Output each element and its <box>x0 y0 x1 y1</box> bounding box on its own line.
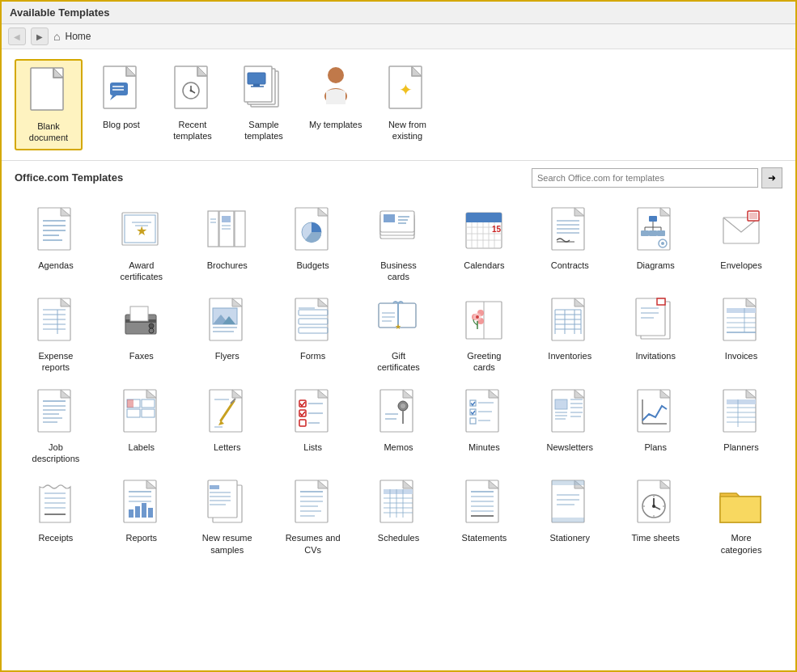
nav-bar: ◀ ▶ ⌂ Home <box>2 24 795 49</box>
contracts-label: Contracts <box>551 260 589 271</box>
letters-label: Letters <box>214 442 241 453</box>
top-section: Blankdocument <box>2 49 795 161</box>
template-blank-document[interactable]: Blankdocument <box>15 59 83 150</box>
template-sample[interactable]: Sampletemplates <box>231 59 296 147</box>
minutes-label: Minutes <box>468 442 500 453</box>
svg-rect-83 <box>649 230 657 236</box>
grid-item-expense-reports[interactable]: Expensereports <box>15 290 97 378</box>
svg-point-101 <box>149 323 154 328</box>
grid-item-job-descriptions[interactable]: Jobdescriptions <box>15 382 97 470</box>
greeting-cards-icon <box>463 297 505 345</box>
grid-item-letters[interactable]: Letters <box>186 382 269 470</box>
recent-templates-icon-wrap <box>167 64 218 116</box>
blog-post-icon <box>100 65 142 115</box>
lists-icon-area <box>287 387 339 438</box>
grid-item-labels[interactable]: Labels <box>100 382 183 470</box>
template-recent[interactable]: Recenttemplates <box>160 59 225 147</box>
forward-button[interactable]: ▶ <box>31 27 49 45</box>
grid-item-newsletters[interactable]: Newsletters <box>528 382 611 470</box>
flyers-label: Flyers <box>215 350 240 361</box>
grid-item-invitations[interactable]: Invitations <box>614 290 697 378</box>
diagrams-label: Diagrams <box>637 260 675 271</box>
search-input[interactable] <box>532 168 758 188</box>
receipts-label: Receipts <box>39 532 74 543</box>
grid-item-greeting-cards[interactable]: Greetingcards <box>443 290 525 378</box>
top-templates: Blankdocument <box>15 59 782 150</box>
resumes-cvs-icon <box>292 479 334 527</box>
grid-item-statements[interactable]: Statements <box>443 472 525 560</box>
grid-item-contracts[interactable]: Contracts <box>528 200 611 288</box>
sample-templates-label: Sampletemplates <box>244 119 283 142</box>
budgets-icon <box>292 206 334 255</box>
greeting-cards-label: Greetingcards <box>467 350 501 374</box>
grid-item-budgets[interactable]: Budgets <box>272 200 354 288</box>
plans-label: Plans <box>644 442 667 453</box>
grid-item-minutes[interactable]: Minutes <box>443 382 525 470</box>
grid-item-invoices[interactable]: Invoices <box>700 290 782 378</box>
grid-item-plans[interactable]: Plans <box>614 382 697 470</box>
content-area: Blankdocument <box>2 49 795 670</box>
inventories-label: Inventories <box>548 350 591 361</box>
grid-item-flyers[interactable]: Flyers <box>186 290 269 378</box>
title-bar: Available Templates <box>2 2 795 24</box>
expense-reports-label: Expensereports <box>39 350 74 374</box>
grid-item-memos[interactable]: Memos <box>358 382 440 470</box>
template-blog-post[interactable]: Blog post <box>89 59 154 135</box>
grid-item-diagrams[interactable]: Diagrams <box>614 200 697 288</box>
diagrams-icon <box>634 206 676 255</box>
grid-item-award-certificates[interactable]: ★ Awardcertificates <box>100 200 183 288</box>
grid-item-time-sheets[interactable]: Time sheets <box>614 472 697 560</box>
time-sheets-icon <box>634 479 676 527</box>
grid-item-lists[interactable]: Lists <box>272 382 354 470</box>
back-icon: ◀ <box>14 32 20 41</box>
grid-item-receipts[interactable]: Receipts <box>15 472 97 560</box>
newsletters-icon <box>549 388 591 437</box>
new-from-existing-icon: ✦ <box>386 65 428 115</box>
grid-item-envelopes[interactable]: Envelopes <box>700 200 782 288</box>
planners-icon <box>720 388 762 437</box>
svg-point-13 <box>190 90 193 92</box>
svg-point-283 <box>652 505 655 508</box>
svg-rect-4 <box>110 82 128 95</box>
office-section: Office.com Templates ➜ <box>2 161 795 573</box>
grid-item-reports[interactable]: Reports <box>100 472 183 560</box>
template-new-from-existing[interactable]: ✦ New fromexisting <box>375 59 439 147</box>
grid-item-business-cards[interactable]: Businesscards <box>358 200 440 288</box>
grid-item-faxes[interactable]: Faxes <box>100 290 183 378</box>
receipts-icon-area <box>30 477 82 529</box>
grid-item-agendas[interactable]: Agendas <box>15 200 97 288</box>
memos-icon <box>377 388 419 437</box>
agendas-icon <box>35 206 77 255</box>
stationery-icon <box>549 479 591 527</box>
grid-item-new-resume-samples[interactable]: New resumesamples <box>186 472 269 560</box>
grid-item-forms[interactable]: Forms <box>272 290 354 378</box>
grid-item-schedules[interactable]: Schedules <box>358 472 440 560</box>
grid-item-inventories[interactable]: Inventories <box>528 290 611 378</box>
grid-item-stationery[interactable]: Stationery <box>528 472 611 560</box>
more-categories-label: Morecategories <box>721 532 762 556</box>
grid-item-planners[interactable]: Planners <box>700 382 782 470</box>
planners-icon-area <box>715 387 767 438</box>
business-cards-icon-area <box>372 205 424 256</box>
grid-item-gift-certificates[interactable]: ★ Giftcertificates <box>358 290 440 378</box>
grid-item-more-categories[interactable]: Morecategories <box>700 472 782 560</box>
lists-icon <box>292 388 334 437</box>
sample-templates-icon <box>243 65 285 115</box>
search-area: ➜ <box>532 167 782 188</box>
new-resume-samples-icon <box>206 479 248 527</box>
grid-item-brochures[interactable]: Brochures <box>186 200 269 288</box>
newsletters-icon-area <box>544 387 596 438</box>
business-cards-label: Businesscards <box>380 260 417 283</box>
svg-point-20 <box>328 67 344 83</box>
svg-rect-150 <box>727 308 756 313</box>
svg-rect-236 <box>142 503 146 518</box>
template-my-templates[interactable]: My templates <box>303 59 368 135</box>
business-cards-icon <box>377 206 419 255</box>
search-button[interactable]: ➜ <box>761 167 782 188</box>
minutes-icon-area <box>458 387 510 438</box>
svg-text:15: 15 <box>492 225 502 234</box>
grid-item-resumes-cvs[interactable]: Resumes andCVs <box>272 472 354 560</box>
grid-item-calendars[interactable]: 15 Calendars <box>443 200 525 288</box>
diagrams-icon-area <box>630 205 681 256</box>
back-button[interactable]: ◀ <box>8 27 26 45</box>
